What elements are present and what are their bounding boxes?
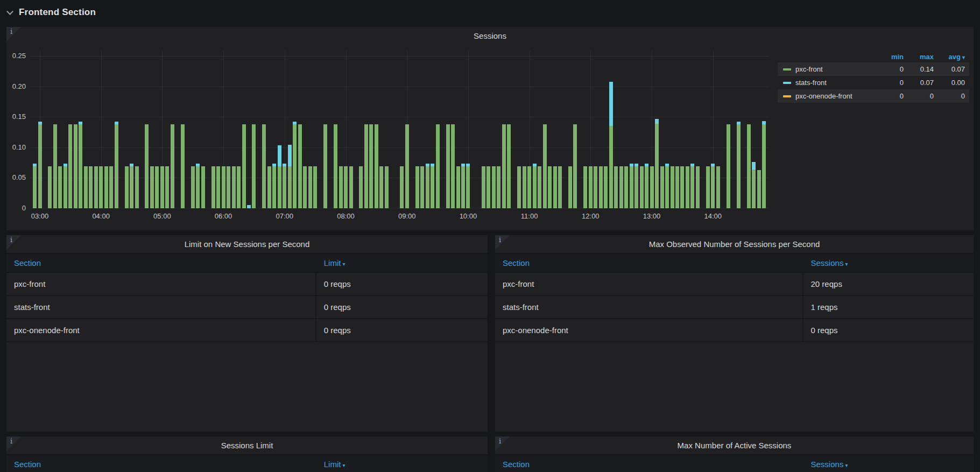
legend-row: stats-front00.070.00 bbox=[778, 76, 969, 89]
graph-legend: minmaxavg▾pxc-front00.140.07stats-front0… bbox=[778, 51, 969, 103]
bar-pxc-front bbox=[456, 166, 460, 208]
bar-pxc-front bbox=[538, 166, 541, 208]
table-row: pxc-front20 reqps bbox=[495, 273, 974, 296]
legend-color-swatch[interactable] bbox=[783, 95, 791, 97]
bar-pxc-front bbox=[359, 166, 363, 208]
table-cell: pxc-front bbox=[6, 273, 316, 295]
bar-pxc-front bbox=[420, 166, 424, 208]
section-row-header[interactable]: Frontend Section bbox=[0, 0, 980, 25]
column-header-section[interactable]: Section bbox=[495, 460, 803, 469]
column-header-section[interactable]: Section bbox=[495, 258, 803, 267]
bar-pxc-front bbox=[313, 166, 317, 208]
panel-max-active-sessions: i Max Number of Active Sessions Section … bbox=[495, 436, 974, 472]
bar-pxc-front bbox=[130, 166, 133, 208]
column-header-sessions[interactable]: Sessions▾ bbox=[803, 460, 974, 469]
bar-pxc-front bbox=[165, 166, 169, 208]
bar-pxc-front bbox=[99, 166, 103, 208]
panel-title[interactable]: Sessions Limit bbox=[6, 436, 488, 454]
legend-sort-avg[interactable]: avg▾ bbox=[934, 53, 965, 61]
bar-pxc-front bbox=[125, 166, 129, 208]
bar-pxc-front bbox=[267, 166, 271, 208]
table-row: pxc-front0 reqps bbox=[6, 273, 488, 296]
table-cell: 20 reqps bbox=[803, 279, 974, 288]
bar-pxc-front bbox=[548, 166, 552, 208]
x-axis-tick: 13:00 bbox=[639, 212, 665, 220]
bar-pxc-front bbox=[589, 166, 593, 208]
legend-color-swatch[interactable] bbox=[783, 68, 791, 71]
bar-stats-front bbox=[293, 122, 297, 124]
x-axis-tick: 12:00 bbox=[577, 212, 603, 220]
bar-pxc-front bbox=[308, 166, 312, 208]
column-header-limit[interactable]: Limit▾ bbox=[316, 460, 488, 469]
sort-desc-icon: ▾ bbox=[342, 462, 345, 468]
table-cell: stats-front bbox=[495, 296, 803, 318]
legend-series-pxc-front[interactable]: pxc-front bbox=[783, 65, 876, 73]
bar-pxc-front bbox=[272, 166, 276, 208]
bar-pxc-front bbox=[594, 166, 597, 208]
y-axis-tick: 0.10 bbox=[6, 143, 26, 151]
bar-pxc-front bbox=[665, 166, 669, 208]
bar-pxc-front bbox=[160, 166, 164, 208]
panel-sessions-graph: i Sessions minmaxavg▾pxc-front00.140.07s… bbox=[6, 27, 974, 230]
bar-pxc-front bbox=[216, 166, 220, 208]
x-axis-tick: 05:00 bbox=[149, 212, 175, 220]
bar-stats-front bbox=[762, 121, 766, 124]
panel-sessions-limit: i Sessions Limit Section Limit▾ bbox=[6, 436, 488, 472]
legend-series-stats-front[interactable]: stats-front bbox=[783, 79, 876, 87]
bar-pxc-front bbox=[568, 166, 572, 208]
bar-stats-front bbox=[115, 122, 118, 124]
column-header-section[interactable]: Section bbox=[6, 460, 316, 469]
legend-sort-min[interactable]: min bbox=[876, 53, 904, 61]
bar-pxc-front bbox=[349, 166, 353, 208]
table-row: stats-front1 reqps bbox=[495, 296, 974, 319]
column-header-limit[interactable]: Limit▾ bbox=[316, 258, 488, 267]
bar-pxc-front bbox=[33, 166, 37, 208]
legend-color-swatch[interactable] bbox=[783, 82, 791, 84]
gridline bbox=[30, 87, 769, 87]
bar-stats-front bbox=[196, 164, 200, 166]
bar-pxc-front bbox=[502, 124, 506, 208]
table-row: pxc-onenode-front0 reqps bbox=[495, 319, 974, 342]
bar-pxc-front bbox=[727, 124, 730, 208]
panel-max-observed-sessions: i Max Observed Number of Sessions per Se… bbox=[495, 235, 974, 432]
legend-series-label: pxc-onenode-front bbox=[795, 92, 852, 100]
bar-pxc-front bbox=[671, 166, 674, 208]
sort-desc-icon: ▾ bbox=[962, 54, 965, 60]
column-header-sessions[interactable]: Sessions▾ bbox=[803, 258, 974, 267]
table-row: pxc-onenode-front0 reqps bbox=[6, 319, 488, 342]
bar-pxc-front bbox=[89, 166, 93, 208]
bar-stats-front bbox=[634, 164, 638, 166]
bar-pxc-front bbox=[436, 124, 440, 208]
x-axis-tick: 07:00 bbox=[272, 212, 298, 220]
bar-pxc-front bbox=[517, 166, 521, 208]
bar-pxc-front bbox=[369, 124, 373, 208]
bar-pxc-front bbox=[191, 166, 195, 208]
bar-pxc-front bbox=[415, 166, 419, 208]
bar-stats-front bbox=[64, 164, 67, 166]
bar-pxc-front bbox=[222, 166, 225, 208]
column-header-section[interactable]: Section bbox=[6, 258, 316, 267]
table-cell: pxc-onenode-front bbox=[495, 319, 803, 341]
table-cell: 0 reqps bbox=[316, 302, 488, 312]
sessions-bar-chart bbox=[30, 51, 769, 208]
legend-header: minmaxavg▾ bbox=[778, 51, 969, 62]
panel-title[interactable]: Max Observed Number of Sessions per Seco… bbox=[495, 235, 974, 253]
bar-pxc-front bbox=[262, 124, 266, 208]
panel-title-sessions[interactable]: Sessions bbox=[6, 27, 974, 45]
legend-series-pxc-onenode-front[interactable]: pxc-onenode-front bbox=[783, 92, 876, 100]
bar-pxc-front bbox=[379, 166, 383, 208]
bar-pxc-front bbox=[293, 124, 297, 208]
legend-sort-max[interactable]: max bbox=[904, 53, 934, 61]
bar-stats-front bbox=[288, 145, 292, 166]
bar-pxc-front bbox=[645, 166, 648, 208]
legend-series-label: stats-front bbox=[795, 79, 827, 87]
x-axis-tick: 03:00 bbox=[27, 212, 53, 220]
legend-stat-value: 0 bbox=[876, 79, 904, 87]
bar-stats-front bbox=[79, 122, 82, 124]
bar-pxc-front bbox=[492, 166, 496, 208]
panel-title[interactable]: Limit on New Sessions per Second bbox=[6, 235, 488, 253]
table-header: Section Sessions▾ bbox=[495, 253, 974, 273]
panel-title[interactable]: Max Number of Active Sessions bbox=[495, 436, 974, 454]
y-axis-tick: 0.25 bbox=[6, 52, 26, 60]
bar-pxc-front bbox=[252, 124, 256, 208]
